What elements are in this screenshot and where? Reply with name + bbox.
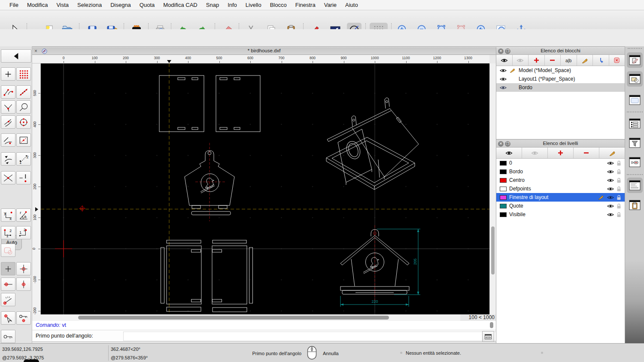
dock-command-line-button[interactable] <box>627 178 643 193</box>
dock-filter-button[interactable] <box>627 135 643 151</box>
layer-lock-icon[interactable] <box>617 160 621 166</box>
layer-visibility-icon[interactable] <box>607 187 614 191</box>
snap-grid-button[interactable] <box>16 67 31 81</box>
layer-row-defpoints[interactable]: Defpoints <box>496 184 625 193</box>
menu-item-snap[interactable]: Snap <box>202 2 223 8</box>
snap-nearest-button[interactable] <box>1 133 15 147</box>
snap-distance-button[interactable]: 12 <box>16 152 31 166</box>
menu-item-file[interactable]: File <box>5 2 23 8</box>
relative-zero-key-button[interactable] <box>1 330 15 343</box>
layer-visibility-icon[interactable] <box>607 212 614 217</box>
coordinate-cartesian-button[interactable]: yx <box>1 208 15 222</box>
snap-force-button[interactable] <box>16 171 31 184</box>
layer-lock-icon[interactable] <box>617 178 621 183</box>
block-row-bordo[interactable]: Bordo <box>496 83 625 92</box>
scrollbar-thumb[interactable] <box>78 316 389 320</box>
dock-list-view-button[interactable] <box>627 116 643 131</box>
snap-on-entity-button[interactable] <box>16 85 31 99</box>
angle-restriction-button[interactable] <box>1 293 15 306</box>
lock-relative-zero-button[interactable] <box>16 311 31 325</box>
hide-all-blocks-button[interactable] <box>513 55 529 66</box>
layer-row-visibile[interactable]: Visibile <box>496 210 625 219</box>
snap-endpoints-button[interactable] <box>1 85 15 99</box>
command-history[interactable]: Comando: vt <box>32 321 496 330</box>
document-title[interactable]: * birdhouse.dxf <box>32 48 496 53</box>
remove-layer-button[interactable] <box>574 148 599 158</box>
block-row-model[interactable]: Model (*Model_Space) <box>496 66 625 75</box>
canvas-vertical-scrollbar[interactable] <box>489 63 496 314</box>
layer-lock-icon[interactable] <box>617 195 621 200</box>
insert-block-button[interactable] <box>593 55 609 66</box>
snap-free-button[interactable] <box>1 67 15 81</box>
edit-layer-button[interactable] <box>599 148 625 158</box>
layer-lock-icon[interactable] <box>617 212 621 217</box>
menu-item-finestra[interactable]: Finestra <box>291 2 320 8</box>
snap-tangent-button[interactable] <box>1 115 15 129</box>
layer-visibility-icon[interactable] <box>607 178 614 183</box>
dock-viewport-button[interactable] <box>627 92 643 108</box>
snap-perpendicular-button[interactable] <box>16 100 31 114</box>
dock-clipboard-button[interactable] <box>627 197 643 213</box>
menu-item-aiuto[interactable]: Aiuto <box>341 2 362 8</box>
coordinate-absolute-button[interactable]: 12 <box>16 226 31 239</box>
snap-center-button[interactable] <box>16 115 31 129</box>
layer-visibility-icon[interactable] <box>607 161 614 166</box>
dock-block-list-button[interactable] <box>627 71 643 87</box>
visibility-eye-icon[interactable] <box>500 68 507 73</box>
remove-block-button[interactable] <box>545 55 561 66</box>
scrollbar-thumb[interactable] <box>491 226 495 275</box>
show-all-layers-button[interactable] <box>496 148 522 158</box>
edit-block-button[interactable] <box>577 55 593 66</box>
rename-block-button[interactable]: a|b <box>561 55 577 66</box>
layer-row-finestre-di-layout[interactable]: Finestre di layout <box>496 193 625 202</box>
svg-text:y: y <box>4 210 6 215</box>
menu-item-modifica[interactable]: Modifica <box>23 2 52 8</box>
layer-row-quote[interactable]: Quote <box>496 202 625 210</box>
command-input[interactable] <box>123 332 513 341</box>
snap-intersection-button[interactable] <box>1 100 15 114</box>
menu-item-disegna[interactable]: Disegna <box>106 2 135 8</box>
menu-item-seleziona[interactable]: Seleziona <box>73 2 106 8</box>
menu-item-info[interactable]: Info <box>223 2 241 8</box>
layer-lock-icon[interactable] <box>617 169 621 175</box>
coordinate-relative-button[interactable]: 12 <box>1 226 15 239</box>
layer-row-bordo[interactable]: Bordo <box>496 167 625 176</box>
dock-property-editor-button[interactable] <box>627 52 643 68</box>
drawing-canvas[interactable]: 205 220 <box>41 63 489 314</box>
menu-item-quota[interactable]: Quota <box>135 2 159 8</box>
layer-lock-icon[interactable] <box>617 203 621 209</box>
menu-item-livello[interactable]: Livello <box>241 2 266 8</box>
restrict-vertical-button[interactable] <box>16 278 31 291</box>
layer-row-centro[interactable]: Centro <box>496 176 625 184</box>
layer-visibility-icon[interactable] <box>607 195 614 200</box>
layer-visibility-icon[interactable] <box>607 169 614 174</box>
add-block-button[interactable] <box>529 55 545 66</box>
snap-intersection-manual-button[interactable] <box>1 171 15 184</box>
block-row-layout1[interactable]: Layout1 (*Paper_Space) <box>496 75 625 83</box>
visibility-eye-icon[interactable] <box>500 85 507 90</box>
add-layer-button[interactable] <box>548 148 574 158</box>
scrollbar-thumb[interactable] <box>490 322 493 328</box>
canvas-horizontal-scrollbar[interactable] <box>32 314 460 321</box>
snap-reference-button[interactable] <box>16 133 31 147</box>
coordinate-polar-button[interactable]: ra <box>16 208 31 222</box>
visibility-eye-icon[interactable] <box>500 77 507 81</box>
virtual-keyboard-button[interactable] <box>482 331 494 342</box>
menu-item-varie[interactable]: Varie <box>320 2 341 8</box>
set-relative-zero-button[interactable] <box>1 311 15 325</box>
restrict-horizontal-button[interactable] <box>1 278 15 291</box>
dock-lens-button[interactable] <box>627 154 643 170</box>
menu-item-blocco[interactable]: Blocco <box>266 2 291 8</box>
layer-lock-icon[interactable] <box>617 186 621 192</box>
purge-blocks-button[interactable] <box>609 55 625 66</box>
restrict-orthogonal-button[interactable] <box>16 262 31 275</box>
layer-row-0[interactable]: 0 <box>496 159 625 167</box>
menu-item-modifica-cad[interactable]: Modifica CAD <box>159 2 201 8</box>
snap-auto-button[interactable] <box>1 152 15 166</box>
menu-item-vista[interactable]: Vista <box>52 2 73 8</box>
hide-all-layers-button[interactable] <box>522 148 548 158</box>
back-button[interactable] <box>1 49 31 63</box>
restrict-none-button[interactable] <box>1 262 15 275</box>
show-all-blocks-button[interactable] <box>496 55 513 66</box>
layer-visibility-icon[interactable] <box>607 204 614 208</box>
